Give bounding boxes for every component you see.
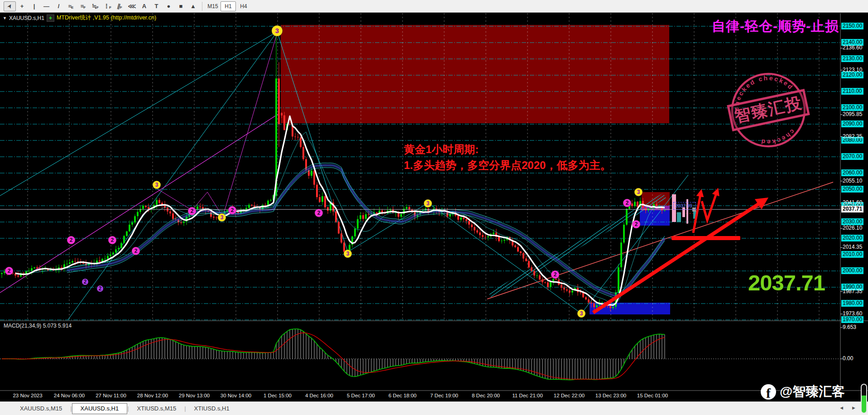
price-axis-label: 1973.60 [841, 310, 863, 317]
timeframe-button-h1[interactable]: H1 [221, 1, 236, 11]
price-axis-label: 2136.60 [841, 44, 863, 51]
drawing-toolbar: ➤+|—/≈E≡F≒F⋮F∥F⋘AT●■▲M15H1H4 [0, 0, 868, 13]
svg-text:2: 2 [635, 221, 638, 227]
time-axis-label: 24 Nov 06:00 [54, 393, 85, 398]
wave-marker-3: 3 [218, 213, 226, 222]
forecast-bar [677, 212, 681, 222]
chart-tab-bar: XAUUSD.s,M15|XAUUSD.s,H1|XTIUSD.s,M15|XT… [0, 401, 868, 415]
time-axis-label: 28 Nov 12:00 [137, 393, 168, 398]
time-axis-label: 5 Dec 17:00 [347, 393, 375, 398]
svg-text:2: 2 [134, 248, 138, 254]
time-axis-label: 1 Dec 15:00 [264, 393, 292, 398]
price-axis-label: 2020.00 [841, 235, 863, 241]
symbol-label[interactable]: XAUUSD.s,H1 [9, 15, 44, 21]
wave-marker-3: 3 [344, 250, 352, 258]
fibo-timezones-tool[interactable]: ⋮F [101, 1, 114, 11]
price-axis-label: 2000.00 [841, 267, 863, 274]
svg-text:2: 2 [231, 207, 234, 213]
wave-marker-2: 2 [228, 206, 236, 214]
price-axis-label: 2050.00 [841, 186, 863, 193]
ascending-trendline-1 [0, 32, 277, 196]
time-axis-label: 8 Dec 20:00 [472, 393, 500, 398]
time-axis-label: 29 Nov 13:00 [179, 393, 210, 398]
time-axis-label: 27 Nov 11:00 [96, 393, 126, 398]
time-axis-label: 6 Dec 18:00 [388, 393, 417, 398]
text-tool[interactable]: A [138, 1, 150, 11]
time-axis-label: 12 Dec 22:00 [554, 393, 585, 398]
scrollbar-thumb[interactable] [861, 384, 867, 414]
time-axis-label: 4 Dec 16:00 [305, 393, 333, 398]
time-axis[interactable]: 23 Nov 202324 Nov 06:0027 Nov 11:0028 No… [0, 391, 840, 401]
svg-text:2: 2 [626, 200, 629, 206]
time-axis-label: 30 Nov 14:00 [221, 393, 251, 398]
trendline-tool[interactable]: / [53, 1, 65, 11]
wave-marker-3: 3 [153, 181, 161, 189]
facebook-icon: f [761, 384, 776, 400]
svg-text:2: 2 [8, 268, 11, 274]
chevron-down-icon[interactable]: ▼ [3, 16, 7, 20]
chart-tab-xauusd-s-m15[interactable]: XAUUSD.s,M15 [12, 403, 70, 414]
social-watermark: f @智臻汇客 [761, 383, 845, 401]
chart-tab-xtiusd-s-m15[interactable]: XTIUSD.s,M15 [129, 403, 185, 414]
chart-tab-xtiusd-s-h1[interactable]: XTIUSD.s,H1 [186, 403, 238, 414]
elliott-wave-tool[interactable]: ≈E [65, 1, 77, 11]
demand-box [640, 210, 670, 226]
text-label-tool[interactable]: T [150, 1, 163, 11]
price-axis-label: 2041.60 [841, 199, 863, 206]
timeframe-button-m15[interactable]: M15 [205, 1, 221, 11]
indicator-title: MTDriver统计 ,V1.95 (http://mtdriver.cn) [57, 14, 156, 22]
ascending-trendline-2 [68, 32, 277, 320]
wave-marker-2: 2 [188, 207, 196, 215]
time-axis-label: 15 Dec 01:00 [637, 393, 668, 398]
cursor-tool[interactable]: ➤ [4, 1, 16, 11]
price-axis-label: 1987.35 [841, 288, 863, 295]
timeframe-button-h4[interactable]: H4 [236, 1, 251, 11]
fibo-expansion-tool[interactable]: ≒F [89, 1, 101, 11]
horizontal-line-tool[interactable]: — [40, 1, 53, 11]
wave-marker-3: 3 [272, 25, 283, 36]
svg-text:2: 2 [191, 208, 194, 214]
price-axis-label: 2110.00 [841, 88, 863, 95]
price-axis-label: 2123.10 [841, 67, 863, 73]
triangle-tool[interactable]: ▲ [187, 1, 199, 11]
crosshair-tool[interactable]: + [16, 1, 28, 11]
tab-scroll-right-icon[interactable]: ► [851, 405, 856, 410]
price-axis-label: 1980.00 [841, 300, 863, 307]
add-indicator-button[interactable]: + [47, 14, 54, 22]
fibo-channel-tool[interactable]: ∥F [114, 1, 126, 11]
rectangle-tool[interactable]: ■ [175, 1, 187, 11]
time-axis-label: 13 Dec 23:00 [595, 393, 626, 398]
price-axis-label: 2100.00 [841, 104, 863, 111]
svg-text:3: 3 [155, 182, 158, 188]
chart-canvas[interactable]: 3333333222222222222智臻汇投checked checkedch… [0, 0, 868, 415]
svg-text:2: 2 [70, 237, 73, 243]
fibo-retracement-tool[interactable]: ≡F [77, 1, 89, 11]
wave-marker-2: 2 [132, 247, 140, 255]
analysis-note: 黄金1小时周期: 1.多头趋势，多空分界点2020，低多为主。 [404, 141, 611, 173]
wave-marker-2: 2 [632, 220, 640, 228]
wave-marker-2: 2 [551, 270, 559, 279]
analysis-note-line2: 1.多头趋势，多空分界点2020，低多为主。 [404, 157, 611, 173]
price-axis-label: 2060.00 [841, 169, 863, 176]
magenta-trendline [0, 113, 279, 293]
vertical-line-tool[interactable]: | [28, 1, 40, 11]
svg-text:2: 2 [99, 285, 102, 292]
price-axis-label: 2150.00 [841, 23, 863, 29]
chart-tab-xauusd-s-h1[interactable]: XAUUSD.s,H1 [72, 403, 128, 414]
price-axis-label: 2095.85 [841, 111, 863, 118]
svg-text:3: 3 [580, 310, 583, 317]
gann-fan-tool[interactable]: ⋘ [126, 1, 138, 11]
price-axis-label: 9.653 [841, 324, 858, 331]
wave-marker-2: 2 [82, 279, 88, 285]
svg-text:3: 3 [427, 200, 430, 207]
macd-pane [0, 329, 840, 380]
ellipse-tool[interactable]: ● [163, 1, 175, 11]
wave-marker-2: 2 [5, 267, 13, 275]
price-axis-label: 2070.00 [841, 153, 863, 160]
price-axis-label: 2082.35 [841, 133, 863, 140]
tab-scroll-left-icon[interactable]: ◄ [839, 405, 844, 410]
price-axis-label: 2030.00 [841, 218, 863, 225]
price-axis-label: 2026.10 [841, 225, 863, 232]
wave-marker-3: 3 [577, 309, 585, 318]
price-axis[interactable]: 2150.002140.002130.002120.002110.002100.… [840, 0, 868, 415]
